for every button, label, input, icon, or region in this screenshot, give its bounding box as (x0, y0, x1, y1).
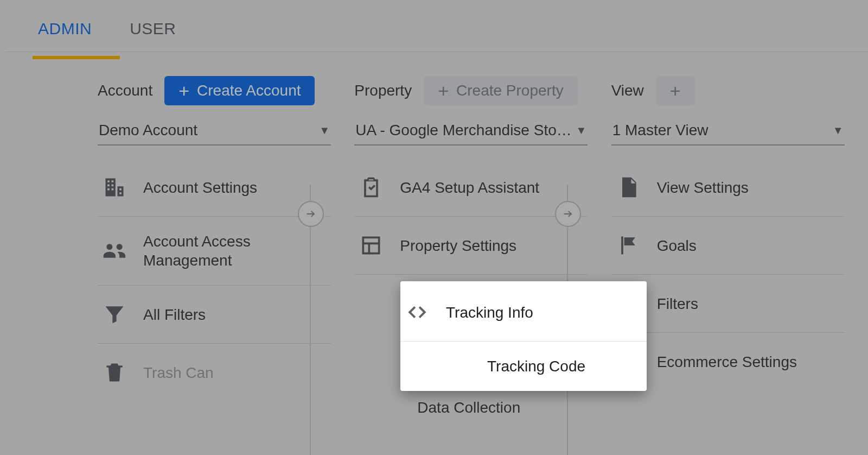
account-column: Account + Create Account Demo Account ▼ … (98, 76, 354, 455)
view-picker[interactable]: 1 Master View ▼ (611, 118, 845, 146)
account-picker[interactable]: Demo Account ▼ (98, 118, 331, 146)
caret-down-icon: ▼ (576, 124, 587, 137)
plus-icon: + (438, 81, 449, 100)
view-header: View + (611, 76, 868, 105)
view-filters-label: Filters (657, 294, 841, 313)
account-settings-item[interactable]: Account Settings (98, 159, 331, 217)
filter-icon (101, 301, 128, 328)
arrow-right-icon (562, 208, 574, 220)
view-settings-label: View Settings (657, 178, 841, 197)
advance-to-property-button[interactable] (298, 201, 324, 227)
ecommerce-settings-label: Ecommerce Settings (657, 352, 841, 371)
trash-can-item[interactable]: Trash Can (98, 344, 331, 401)
account-title: Account (98, 82, 152, 99)
people-icon (101, 237, 128, 264)
data-collection-label: Data Collection (417, 398, 584, 417)
goals-label: Goals (657, 236, 841, 255)
tracking-code-item[interactable]: Tracking Code (400, 342, 647, 391)
account-header: Account + Create Account (98, 76, 354, 105)
trash-icon (101, 359, 128, 386)
create-view-button[interactable]: + (656, 76, 695, 105)
tab-admin[interactable]: ADMIN (38, 8, 92, 50)
tab-user[interactable]: USER (130, 8, 176, 50)
account-access-label: Account Access Management (143, 232, 328, 270)
code-icon (404, 299, 431, 326)
view-settings-item[interactable]: View Settings (611, 159, 845, 217)
tracking-info-label: Tracking Info (446, 303, 643, 322)
account-access-item[interactable]: Account Access Management (98, 217, 331, 286)
caret-down-icon: ▼ (833, 124, 844, 137)
create-property-button[interactable]: + Create Property (424, 76, 578, 105)
property-settings-item[interactable]: Property Settings (354, 217, 588, 275)
create-account-button[interactable]: + Create Account (164, 76, 315, 105)
all-filters-item[interactable]: All Filters (98, 286, 331, 344)
property-header: Property + Create Property (354, 76, 611, 105)
tracking-highlight: Tracking Info Tracking Code (400, 281, 647, 391)
building-icon (101, 174, 128, 201)
view-title: View (611, 82, 644, 99)
clipboard-check-icon (358, 174, 385, 201)
all-filters-label: All Filters (143, 305, 328, 324)
account-settings-label: Account Settings (143, 178, 328, 197)
tracking-code-label: Tracking Code (487, 357, 643, 376)
view-column: View + 1 Master View ▼ View Settings (611, 76, 868, 455)
property-column: Property + Create Property UA - Google M… (354, 76, 611, 455)
account-picker-value: Demo Account (99, 122, 197, 139)
plus-icon: + (178, 81, 189, 100)
flag-icon (615, 232, 642, 259)
arrow-right-icon (305, 208, 317, 220)
create-account-label: Create Account (197, 82, 301, 99)
property-picker[interactable]: UA - Google Merchandise Sto… ▼ (354, 118, 588, 146)
advance-to-view-button[interactable] (555, 201, 581, 227)
tabs-bar: ADMIN USER (5, 5, 868, 52)
account-menu: Account Settings Account Access Manageme… (98, 159, 331, 401)
layout-icon (358, 232, 385, 259)
ga4-setup-label: GA4 Setup Assistant (400, 178, 584, 197)
create-property-label: Create Property (456, 82, 564, 99)
property-settings-label: Property Settings (400, 236, 584, 255)
trash-can-label: Trash Can (143, 363, 328, 382)
page-icon (615, 174, 642, 201)
ga4-setup-item[interactable]: GA4 Setup Assistant (354, 159, 588, 217)
property-title: Property (354, 82, 412, 99)
property-picker-value: UA - Google Merchandise Sto… (355, 122, 571, 139)
goals-item[interactable]: Goals (611, 217, 845, 275)
plus-icon: + (670, 81, 681, 100)
caret-down-icon: ▼ (319, 124, 330, 137)
view-picker-value: 1 Master View (612, 122, 709, 139)
columns: Account + Create Account Demo Account ▼ … (5, 52, 868, 455)
tracking-info-item[interactable]: Tracking Info (400, 283, 647, 342)
